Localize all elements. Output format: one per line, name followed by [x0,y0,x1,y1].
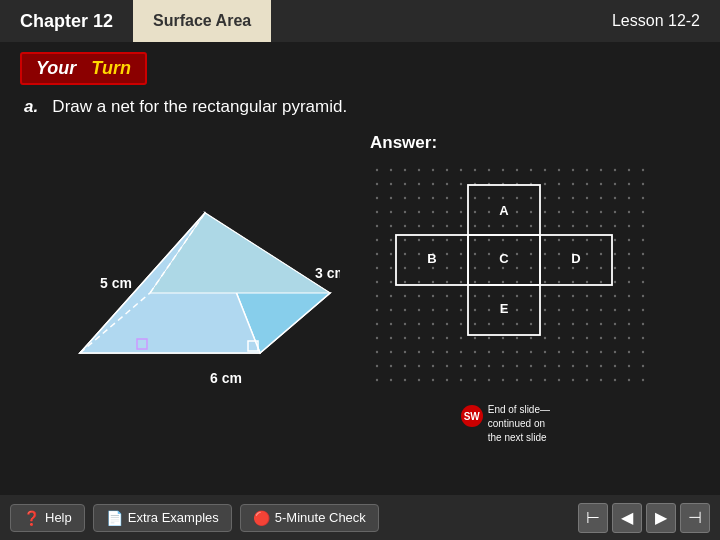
nav-first-button[interactable]: ⊢ [578,503,608,533]
end-of-slide-notice: SW End of slide— continued on the next s… [461,403,550,445]
nav-prev-button[interactable]: ◀ [612,503,642,533]
your-turn-badge: Your Turn [20,52,147,85]
svg-text:D: D [571,251,580,266]
five-minute-check-icon: 🔴 [253,510,270,526]
svg-text:C: C [499,251,509,266]
svg-text:E: E [500,301,509,316]
nav-next-button[interactable]: ▶ [646,503,676,533]
chapter-label: Chapter 12 [20,11,113,32]
content-row: 5 cm 3 cm 6 cm Answer: [20,133,700,413]
question-label: a. [24,97,38,116]
question-text: a. Draw a net for the rectangular pyrami… [24,97,700,117]
five-minute-check-button[interactable]: 🔴 5-Minute Check [240,504,379,532]
help-button[interactable]: ❓ Help [10,504,85,532]
extra-examples-icon: 📄 [106,510,123,526]
footer-bar: ❓ Help 📄 Extra Examples 🔴 5-Minute Check… [0,495,720,540]
main-content: Your Turn a. Draw a net for the rectangu… [0,42,720,495]
lesson-tab: Lesson 12-2 [592,0,720,42]
answer-area: Answer: [370,133,700,413]
pyramid-svg: 5 cm 3 cm 6 cm [20,133,340,413]
svg-text:B: B [427,251,436,266]
dot-grid-svg: A B C D E [370,163,650,383]
dim1-label: 5 cm [100,275,132,291]
surface-area-tab: Surface Area [133,0,271,42]
svg-text:A: A [499,203,509,218]
dim3-label: 6 cm [210,370,242,386]
extra-examples-button[interactable]: 📄 Extra Examples [93,504,232,532]
nav-last-button[interactable]: ⊣ [680,503,710,533]
your-text: Your [36,58,76,78]
question-body: Draw a net for the rectangular pyramid. [52,97,347,116]
help-icon: ❓ [23,510,40,526]
svg-rect-10 [370,163,650,383]
dot-grid: A B C D E [370,163,650,383]
header-bar: Chapter 12 Surface Area Lesson 12-2 [0,0,720,42]
extra-examples-label: Extra Examples [128,510,219,525]
help-label: Help [45,510,72,525]
dim2-label: 3 cm [315,265,340,281]
end-of-slide-icon: SW [461,405,483,427]
lesson-label: Lesson 12-2 [612,12,700,30]
nav-last-icon: ⊣ [688,508,702,527]
end-of-slide-text: End of slide— continued on the next slid… [488,403,550,445]
nav-prev-icon: ◀ [621,508,633,527]
answer-label: Answer: [370,133,700,153]
turn-text: Turn [91,58,131,78]
svg-marker-4 [150,213,330,293]
surface-area-label: Surface Area [153,12,251,30]
nav-next-icon: ▶ [655,508,667,527]
pyramid-diagram: 5 cm 3 cm 6 cm [20,133,340,413]
nav-first-icon: ⊢ [586,508,600,527]
nav-buttons: ⊢ ◀ ▶ ⊣ [578,503,710,533]
chapter-tab: Chapter 12 [0,0,133,42]
five-minute-check-label: 5-Minute Check [275,510,366,525]
